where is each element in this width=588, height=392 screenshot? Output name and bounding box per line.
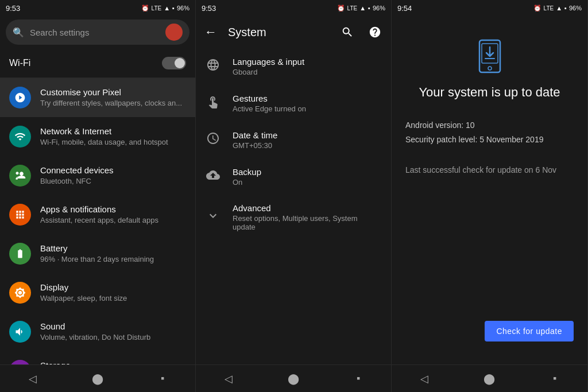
status-icons-p1: ⏰ LTE ▲ ▪ 96% <box>141 5 189 12</box>
storage-text: Storage 31% used · 43.98 GB free <box>40 360 186 364</box>
user-avatar[interactable] <box>165 24 183 41</box>
gestures-icon <box>205 95 221 112</box>
settings-item-sound[interactable]: Sound Volume, vibration, Do Not Disturb <box>0 312 195 351</box>
lte-icon-p3: LTE <box>544 5 554 11</box>
network-subtitle: Wi-Fi, mobile, data usage, and hotspot <box>40 138 186 148</box>
recents-nav-p1[interactable]: ▪ <box>150 366 175 391</box>
display-title: Display <box>40 282 186 293</box>
sound-icon <box>9 321 31 343</box>
system-item-backup[interactable]: Backup On <box>196 158 391 195</box>
wifi-icon-p2: ▪ <box>368 5 370 11</box>
android-version-text: Android version: 10 <box>405 121 475 130</box>
system-list: Languages & input Gboard Gestures Active… <box>196 48 391 364</box>
check-update-button[interactable]: Check for update <box>485 321 574 341</box>
storage-title: Storage <box>40 360 186 364</box>
alarm-icon-p3: ⏰ <box>533 5 541 12</box>
system-item-languages[interactable]: Languages & input Gboard <box>196 48 391 85</box>
apps-subtitle: Assistant, recent apps, default apps <box>40 216 186 226</box>
recents-nav-p3[interactable]: ▪ <box>542 366 567 391</box>
recents-nav-p2[interactable]: ▪ <box>346 366 371 391</box>
datetime-text: Date & time GMT+05:30 <box>233 130 382 150</box>
system-toolbar: ← System <box>196 16 391 48</box>
search-button-toolbar[interactable] <box>336 21 359 44</box>
datetime-icon <box>205 131 221 149</box>
advanced-title: Advanced <box>233 203 382 213</box>
languages-title: Languages & input <box>233 57 382 67</box>
settings-list: Customise your Pixel Try different style… <box>0 78 195 364</box>
signal-icon-p3: ▲ <box>556 5 562 11</box>
home-nav-p3[interactable]: ⬤ <box>477 366 502 391</box>
network-icon <box>9 126 31 148</box>
connected-text: Connected devices Bluetooth, NFC <box>40 165 186 187</box>
update-spacer <box>405 174 574 316</box>
backup-icon <box>205 168 221 185</box>
advanced-subtitle: Reset options, Multiple users, System up… <box>233 214 382 231</box>
apps-text: Apps & notifications Assistant, recent a… <box>40 204 186 226</box>
display-text: Display Wallpaper, sleep, font size <box>40 282 186 304</box>
system-item-datetime[interactable]: Date & time GMT+05:30 <box>196 122 391 158</box>
gestures-title: Gestures <box>233 94 382 103</box>
status-bar-panel2: 9:53 ⏰ LTE ▲ ▪ 96% <box>196 0 391 16</box>
backup-text: Backup On <box>233 167 382 187</box>
gestures-text: Gestures Active Edge turned on <box>233 94 382 113</box>
advanced-text: Advanced Reset options, Multiple users, … <box>233 203 382 231</box>
lte-icon: LTE <box>152 5 162 11</box>
advanced-icon <box>205 209 221 226</box>
signal-icon-p2: ▲ <box>359 5 366 11</box>
home-nav-p1[interactable]: ⬤ <box>85 366 110 391</box>
back-nav-p3[interactable]: ◁ <box>412 366 437 391</box>
battery-p2: 96% <box>373 5 385 11</box>
settings-item-network[interactable]: Network & Internet Wi-Fi, mobile, data u… <box>0 117 195 156</box>
apps-icon <box>9 204 31 226</box>
back-nav-p1[interactable]: ◁ <box>20 366 45 391</box>
battery-title: Battery <box>40 243 186 254</box>
search-icon: 🔍 <box>13 27 24 38</box>
wifi-row[interactable]: Wi-Fi <box>0 48 195 78</box>
settings-item-storage[interactable]: Storage 31% used · 43.98 GB free <box>0 351 195 364</box>
toggle-knob <box>175 58 185 68</box>
panel-system-update: 9:54 ⏰ LTE ▲ ▪ 96% Yo <box>392 0 588 392</box>
apps-title: Apps & notifications <box>40 204 186 215</box>
back-button[interactable]: ← <box>198 20 223 45</box>
battery-icon-status: 96% <box>177 5 189 11</box>
back-nav-p2[interactable]: ◁ <box>216 366 241 391</box>
svg-point-2 <box>488 67 492 70</box>
settings-item-connected[interactable]: Connected devices Bluetooth, NFC <box>0 156 195 195</box>
status-time-p1: 9:53 <box>6 4 20 13</box>
alarm-icon: ⏰ <box>141 5 149 12</box>
sound-text: Sound Volume, vibration, Do Not Disturb <box>40 321 186 343</box>
sound-title: Sound <box>40 321 186 332</box>
settings-item-customise[interactable]: Customise your Pixel Try different style… <box>0 78 195 117</box>
gestures-subtitle: Active Edge turned on <box>233 104 382 113</box>
sound-subtitle: Volume, vibration, Do Not Disturb <box>40 333 186 343</box>
backup-title: Backup <box>233 167 382 177</box>
languages-icon <box>205 58 221 75</box>
update-title: Your system is up to date <box>405 85 574 100</box>
search-bar[interactable]: 🔍 Search settings <box>6 20 189 45</box>
wifi-icon-status: ▪ <box>172 5 175 11</box>
update-content: Your system is up to date Android versio… <box>392 16 587 364</box>
backup-subtitle: On <box>233 178 382 187</box>
languages-text: Languages & input Gboard <box>233 57 382 76</box>
toolbar-action-icons <box>336 21 386 44</box>
settings-item-apps[interactable]: Apps & notifications Assistant, recent a… <box>0 195 195 234</box>
home-nav-p2[interactable]: ⬤ <box>281 366 306 391</box>
system-item-gestures[interactable]: Gestures Active Edge turned on <box>196 85 391 122</box>
connected-icon <box>9 165 31 187</box>
wifi-toggle[interactable] <box>162 57 186 69</box>
customise-subtitle: Try different styles, wallpapers, clocks… <box>40 99 186 108</box>
system-item-advanced[interactable]: Advanced Reset options, Multiple users, … <box>196 195 391 239</box>
signal-icon: ▲ <box>164 5 170 11</box>
help-button-toolbar[interactable] <box>363 21 386 44</box>
display-icon <box>9 282 31 304</box>
storage-icon <box>9 360 31 364</box>
status-bar-panel1: 9:53 ⏰ LTE ▲ ▪ 96% <box>0 0 195 16</box>
settings-item-display[interactable]: Display Wallpaper, sleep, font size <box>0 273 195 312</box>
nav-bar-p1: ◁ ⬤ ▪ <box>0 364 195 392</box>
battery-p3: 96% <box>569 5 582 11</box>
customise-title: Customise your Pixel <box>40 87 186 98</box>
settings-item-battery[interactable]: Battery 96% · More than 2 days remaining <box>0 234 195 273</box>
update-footer: Check for update <box>405 316 574 351</box>
nav-bar-p2: ◁ ⬤ ▪ <box>196 364 391 392</box>
battery-subtitle: 96% · More than 2 days remaining <box>40 255 186 265</box>
